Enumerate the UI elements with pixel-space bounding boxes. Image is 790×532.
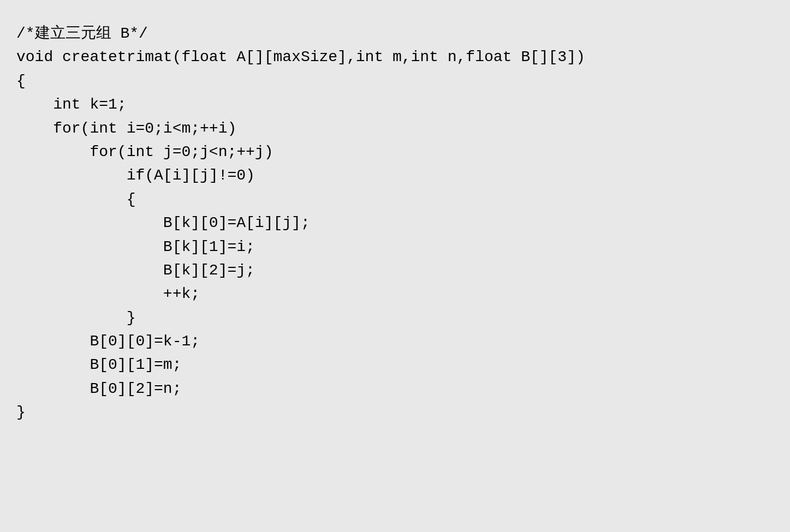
line-b02: B[0][2]=n; [16,377,774,401]
line-bk0: B[k][0]=A[i][j]; [16,211,774,235]
line-if: if(A[i][j]!=0) [16,164,774,187]
line-close-brace: } [16,401,774,424]
line-bk2: B[k][2]=j; [16,259,774,282]
line-open-brace: { [16,69,774,93]
line-for-j: for(int j=0;j<n;++j) [16,140,774,164]
line-inner-open: { [16,188,774,211]
line-ppk: ++k; [16,282,774,306]
code-block: /*建立三元组 B*/void createtrimat(float A[][m… [16,11,774,435]
line-comment: /*建立三元组 B*/ [16,22,774,45]
line-signature: void createtrimat(float A[][maxSize],int… [16,45,774,69]
line-bk1: B[k][1]=i; [16,235,774,259]
line-int-k: int k=1; [16,93,774,116]
line-inner-close: } [16,306,774,330]
line-for-i: for(int i=0;i<m;++i) [16,117,774,140]
line-b01: B[0][1]=m; [16,353,774,376]
line-b00: B[0][0]=k-1; [16,330,774,353]
